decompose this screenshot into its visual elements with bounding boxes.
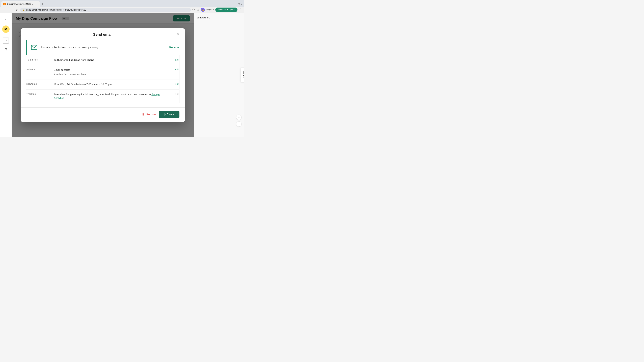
contacts-panel-title: contacts b... bbox=[197, 16, 210, 19]
window-max-icon[interactable]: □ bbox=[238, 2, 240, 6]
lock-icon: 🔒 bbox=[22, 9, 25, 11]
modal-close-icon: × bbox=[177, 32, 179, 36]
tracking-text-pre: To enable Google Analytics link tracking… bbox=[54, 93, 152, 96]
window-min-icon[interactable]: − bbox=[236, 2, 237, 6]
email-icon-wrapper bbox=[30, 43, 38, 51]
forward-icon: → bbox=[9, 8, 12, 12]
to-from-edit-link[interactable]: Edit bbox=[173, 58, 179, 61]
sidebar-nav: ☐ ⚙ bbox=[3, 37, 9, 52]
relaunch-button[interactable]: Relaunch to update bbox=[215, 7, 238, 12]
preview-text: Preview Text: Insert text here bbox=[54, 72, 169, 76]
tab-close-icon[interactable]: × bbox=[35, 3, 38, 5]
new-tab-button[interactable]: + bbox=[40, 2, 45, 6]
mailchimp-logo-icon: M bbox=[4, 27, 7, 31]
zoom-controls: + − bbox=[236, 115, 242, 127]
to-from-value: To their email address from Shane bbox=[54, 58, 169, 62]
address-bar[interactable]: 🔒 us21.admin.mailchimp.com/customer-jour… bbox=[20, 8, 191, 12]
reload-icon: ↻ bbox=[16, 8, 18, 11]
to-from-row: To & From To their email address from Sh… bbox=[26, 55, 179, 65]
modal-title: Send email bbox=[93, 32, 112, 36]
gear-icon: ⚙ bbox=[4, 47, 8, 51]
screen-share-icon[interactable]: ⊡ bbox=[196, 8, 199, 11]
back-icon: ← bbox=[3, 8, 6, 12]
relaunch-label: Relaunch to update bbox=[218, 8, 235, 11]
sidebar: ‹ M ☐ ⚙ bbox=[0, 13, 12, 137]
modal-header: Send email × bbox=[21, 28, 185, 40]
subject-value: Email contacts Preview Text: Insert text… bbox=[54, 68, 169, 76]
new-tab-icon: + bbox=[42, 2, 44, 6]
email-name-row: Email contacts from your customer journe… bbox=[26, 40, 179, 55]
modal-footer: 🗑 Remove |›Close bbox=[21, 107, 185, 122]
window-controls: − □ × bbox=[234, 2, 244, 7]
modal-close-button[interactable]: × bbox=[176, 32, 181, 37]
trash-icon: 🗑 bbox=[142, 113, 145, 116]
sidebar-logo[interactable]: M bbox=[2, 25, 10, 33]
url-text: us21.admin.mailchimp.com/customer-journe… bbox=[26, 8, 86, 11]
sidebar-settings-item[interactable]: ⚙ bbox=[3, 46, 9, 52]
subject-row: Subject Email contacts Preview Text: Ins… bbox=[26, 65, 179, 79]
incognito-profile[interactable]: 🕵 Incognito bbox=[201, 8, 214, 12]
email-display-name: Email contacts from your customer journe… bbox=[41, 45, 166, 49]
schedule-value: Mon, Wed, Fri, Sun between 7:00 am and 1… bbox=[54, 82, 169, 86]
browser-right-controls: ☆ ⊡ 🕵 Incognito Relaunch to update ⋮ bbox=[192, 7, 242, 12]
reload-button[interactable]: ↻ bbox=[14, 7, 19, 12]
modal-overlay: Send email × bbox=[12, 13, 194, 137]
remove-button[interactable]: 🗑 Remove bbox=[142, 113, 156, 116]
to-from-label: To & From bbox=[26, 58, 50, 61]
close-modal-label: Close bbox=[167, 113, 174, 116]
forward-button[interactable]: → bbox=[8, 7, 13, 12]
sidebar-back-icon: ‹ bbox=[5, 17, 6, 21]
browser-tab-active[interactable]: M Customer Journeys | Mailchimp × bbox=[1, 1, 40, 7]
schedule-row: Schedule Mon, Wed, Fri, Sun between 7:00… bbox=[26, 79, 179, 89]
tracking-row: Tracking To enable Google Analytics link… bbox=[26, 89, 179, 103]
zoom-out-button[interactable]: − bbox=[236, 121, 242, 127]
chrome-menu-icon[interactable]: ⋮ bbox=[239, 8, 242, 11]
back-button[interactable]: ← bbox=[2, 7, 7, 12]
feedback-label: Feedback bbox=[242, 71, 244, 80]
tracking-value: To enable Google Analytics link tracking… bbox=[54, 92, 169, 100]
favicon-icon: M bbox=[3, 3, 6, 5]
sidebar-checkbox-item[interactable]: ☐ bbox=[3, 37, 9, 43]
subject-text: Email contacts bbox=[54, 68, 70, 71]
email-envelope-icon bbox=[31, 45, 37, 50]
browser-chrome: M Customer Journeys | Mailchimp × + − □ … bbox=[0, 0, 244, 7]
subject-edit-link[interactable]: Edit bbox=[173, 68, 179, 71]
window-close-icon[interactable]: × bbox=[240, 2, 242, 6]
tabs-row: M Customer Journeys | Mailchimp × + − □ … bbox=[0, 0, 244, 7]
details-table-wrapper[interactable]: To & From To their email address from Sh… bbox=[26, 55, 179, 103]
incognito-label: Incognito bbox=[206, 8, 214, 11]
modal-body: Email contacts from your customer journe… bbox=[21, 40, 185, 107]
browser-controls-row: ← → ↻ 🔒 us21.admin.mailchimp.com/custome… bbox=[0, 7, 244, 13]
tracking-label: Tracking bbox=[26, 92, 50, 95]
app-background: ‹ M ☐ ⚙ My Drip Campaign Flow Draft Turn… bbox=[0, 13, 244, 137]
sidebar-back-button[interactable]: ‹ bbox=[3, 16, 9, 22]
schedule-edit-link[interactable]: Edit bbox=[173, 82, 179, 85]
incognito-hat-icon: 🕵 bbox=[202, 9, 204, 11]
star-icon[interactable]: ☆ bbox=[192, 8, 195, 11]
zoom-in-button[interactable]: + bbox=[236, 115, 242, 120]
remove-label: Remove bbox=[146, 113, 156, 116]
rename-link[interactable]: Rename bbox=[169, 46, 179, 49]
tracking-edit-disabled: Edit bbox=[173, 92, 179, 95]
checkbox-icon: ☐ bbox=[5, 39, 7, 42]
subject-label: Subject bbox=[26, 68, 50, 71]
incognito-avatar: 🕵 bbox=[201, 8, 205, 12]
main-content-area: My Drip Campaign Flow Draft Turn On Guid… bbox=[12, 13, 194, 137]
right-side-panel: contacts b... + − Feedback bbox=[194, 13, 244, 137]
tab-title: Customer Journeys | Mailchimp bbox=[7, 3, 34, 5]
send-email-modal: Send email × bbox=[21, 28, 185, 122]
close-modal-button[interactable]: |›Close bbox=[159, 111, 179, 118]
close-btn-icon: |› bbox=[164, 113, 166, 116]
feedback-tab[interactable]: Feedback bbox=[241, 68, 244, 82]
schedule-label: Schedule bbox=[26, 82, 50, 85]
